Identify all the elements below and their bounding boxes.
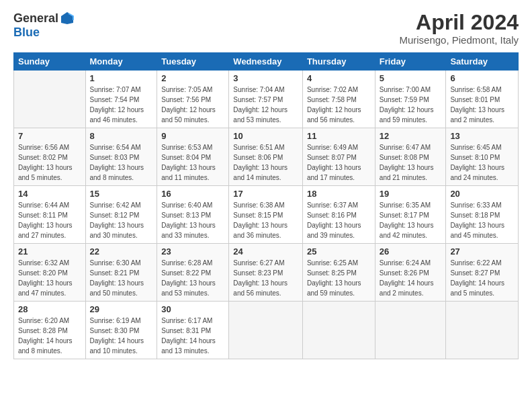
day-info: Sunrise: 6:47 AM Sunset: 8:08 PM Dayligh… — [380, 142, 442, 183]
day-number: 9 — [161, 131, 224, 141]
calendar-cell: 30Sunrise: 6:17 AM Sunset: 8:31 PM Dayli… — [157, 302, 229, 359]
calendar-cell — [302, 302, 375, 359]
calendar-table: SundayMondayTuesdayWednesdayThursdayFrid… — [13, 52, 519, 359]
calendar-header-row: SundayMondayTuesdayWednesdayThursdayFrid… — [14, 53, 519, 71]
calendar-cell: 20Sunrise: 6:33 AM Sunset: 8:18 PM Dayli… — [446, 186, 519, 244]
day-number: 24 — [233, 246, 298, 257]
day-info: Sunrise: 6:33 AM Sunset: 8:18 PM Dayligh… — [450, 200, 514, 240]
day-number: 2 — [161, 73, 224, 83]
calendar-cell: 28Sunrise: 6:20 AM Sunset: 8:28 PM Dayli… — [14, 302, 86, 359]
day-number: 7 — [18, 131, 81, 141]
calendar-header-monday: Monday — [85, 53, 157, 71]
calendar-cell: 10Sunrise: 6:51 AM Sunset: 8:06 PM Dayli… — [229, 128, 303, 186]
day-number: 13 — [450, 131, 514, 141]
day-number: 3 — [233, 73, 298, 83]
day-number: 23 — [161, 246, 224, 257]
logo-icon — [60, 11, 75, 26]
day-number: 25 — [307, 246, 371, 257]
calendar-cell: 18Sunrise: 6:37 AM Sunset: 8:16 PM Dayli… — [302, 186, 375, 244]
calendar-week-5: 28Sunrise: 6:20 AM Sunset: 8:28 PM Dayli… — [14, 302, 519, 359]
day-info: Sunrise: 6:58 AM Sunset: 8:01 PM Dayligh… — [450, 85, 514, 125]
calendar-cell: 15Sunrise: 6:42 AM Sunset: 8:12 PM Dayli… — [85, 186, 157, 244]
calendar-cell: 11Sunrise: 6:49 AM Sunset: 8:07 PM Dayli… — [302, 128, 375, 186]
calendar-cell — [446, 302, 519, 359]
calendar-cell: 9Sunrise: 6:53 AM Sunset: 8:04 PM Daylig… — [157, 128, 229, 186]
day-info: Sunrise: 6:53 AM Sunset: 8:04 PM Dayligh… — [161, 142, 224, 183]
day-info: Sunrise: 6:51 AM Sunset: 8:06 PM Dayligh… — [233, 142, 298, 183]
logo-text: General — [13, 11, 75, 26]
day-info: Sunrise: 6:27 AM Sunset: 8:23 PM Dayligh… — [233, 258, 298, 298]
day-info: Sunrise: 7:05 AM Sunset: 7:56 PM Dayligh… — [161, 85, 224, 125]
calendar-cell: 21Sunrise: 6:32 AM Sunset: 8:20 PM Dayli… — [14, 244, 86, 302]
day-number: 26 — [380, 246, 442, 257]
day-number: 8 — [90, 131, 153, 141]
day-info: Sunrise: 7:02 AM Sunset: 7:58 PM Dayligh… — [307, 85, 371, 125]
day-number: 6 — [450, 73, 514, 83]
calendar-cell: 6Sunrise: 6:58 AM Sunset: 8:01 PM Daylig… — [446, 71, 519, 128]
calendar-cell: 4Sunrise: 7:02 AM Sunset: 7:58 PM Daylig… — [302, 71, 375, 128]
calendar-header-friday: Friday — [375, 53, 446, 71]
calendar-cell: 5Sunrise: 7:00 AM Sunset: 7:59 PM Daylig… — [375, 71, 446, 128]
calendar-cell: 22Sunrise: 6:30 AM Sunset: 8:21 PM Dayli… — [85, 244, 157, 302]
day-info: Sunrise: 7:07 AM Sunset: 7:54 PM Dayligh… — [90, 85, 153, 125]
calendar-cell: 2Sunrise: 7:05 AM Sunset: 7:56 PM Daylig… — [157, 71, 229, 128]
calendar-header-tuesday: Tuesday — [157, 53, 229, 71]
calendar-cell — [229, 302, 303, 359]
day-number: 28 — [18, 304, 81, 314]
day-info: Sunrise: 6:19 AM Sunset: 8:30 PM Dayligh… — [90, 316, 153, 356]
page: General Blue April 2024 Murisengo, Piedm… — [0, 0, 532, 411]
day-info: Sunrise: 6:25 AM Sunset: 8:25 PM Dayligh… — [307, 258, 371, 298]
calendar-header-saturday: Saturday — [446, 53, 519, 71]
day-info: Sunrise: 6:35 AM Sunset: 8:17 PM Dayligh… — [380, 200, 442, 240]
calendar-header-wednesday: Wednesday — [229, 53, 303, 71]
calendar-header-thursday: Thursday — [302, 53, 375, 71]
day-number: 10 — [233, 131, 298, 141]
calendar-cell: 8Sunrise: 6:54 AM Sunset: 8:03 PM Daylig… — [85, 128, 157, 186]
day-info: Sunrise: 6:40 AM Sunset: 8:13 PM Dayligh… — [161, 200, 224, 240]
calendar-cell — [14, 71, 86, 128]
day-info: Sunrise: 6:54 AM Sunset: 8:03 PM Dayligh… — [90, 142, 153, 183]
calendar-cell: 24Sunrise: 6:27 AM Sunset: 8:23 PM Dayli… — [229, 244, 303, 302]
day-info: Sunrise: 6:44 AM Sunset: 8:11 PM Dayligh… — [18, 200, 81, 240]
day-info: Sunrise: 6:28 AM Sunset: 8:22 PM Dayligh… — [161, 258, 224, 298]
calendar-week-1: 1Sunrise: 7:07 AM Sunset: 7:54 PM Daylig… — [14, 71, 519, 128]
day-number: 30 — [161, 304, 224, 314]
day-info: Sunrise: 6:49 AM Sunset: 8:07 PM Dayligh… — [307, 142, 371, 183]
day-number: 11 — [307, 131, 371, 141]
calendar-cell: 3Sunrise: 7:04 AM Sunset: 7:57 PM Daylig… — [229, 71, 303, 128]
day-number: 27 — [450, 246, 514, 257]
calendar-cell: 12Sunrise: 6:47 AM Sunset: 8:08 PM Dayli… — [375, 128, 446, 186]
day-number: 22 — [90, 246, 153, 257]
calendar-cell: 25Sunrise: 6:25 AM Sunset: 8:25 PM Dayli… — [302, 244, 375, 302]
day-info: Sunrise: 6:38 AM Sunset: 8:15 PM Dayligh… — [233, 200, 298, 240]
day-info: Sunrise: 6:37 AM Sunset: 8:16 PM Dayligh… — [307, 200, 371, 240]
day-info: Sunrise: 6:20 AM Sunset: 8:28 PM Dayligh… — [18, 316, 81, 356]
day-number: 16 — [161, 189, 224, 199]
calendar-week-2: 7Sunrise: 6:56 AM Sunset: 8:02 PM Daylig… — [14, 128, 519, 186]
day-number: 15 — [90, 189, 153, 199]
logo: General Blue — [13, 11, 75, 40]
day-info: Sunrise: 6:24 AM Sunset: 8:26 PM Dayligh… — [380, 258, 442, 298]
day-number: 20 — [450, 189, 514, 199]
day-info: Sunrise: 6:45 AM Sunset: 8:10 PM Dayligh… — [450, 142, 514, 183]
calendar-cell: 27Sunrise: 6:22 AM Sunset: 8:27 PM Dayli… — [446, 244, 519, 302]
calendar-cell: 23Sunrise: 6:28 AM Sunset: 8:22 PM Dayli… — [157, 244, 229, 302]
calendar-header-sunday: Sunday — [14, 53, 86, 71]
location: Murisengo, Piedmont, Italy — [399, 34, 519, 46]
calendar-cell: 7Sunrise: 6:56 AM Sunset: 8:02 PM Daylig… — [14, 128, 86, 186]
day-info: Sunrise: 6:17 AM Sunset: 8:31 PM Dayligh… — [161, 316, 224, 356]
logo-general-text: General — [13, 11, 58, 26]
calendar-cell — [375, 302, 446, 359]
day-info: Sunrise: 6:32 AM Sunset: 8:20 PM Dayligh… — [18, 258, 81, 298]
day-number: 17 — [233, 189, 298, 199]
logo-blue-text: Blue — [13, 26, 40, 40]
day-number: 29 — [90, 304, 153, 314]
calendar-cell: 26Sunrise: 6:24 AM Sunset: 8:26 PM Dayli… — [375, 244, 446, 302]
day-number: 21 — [18, 246, 81, 257]
day-info: Sunrise: 7:00 AM Sunset: 7:59 PM Dayligh… — [380, 85, 442, 125]
title-section: April 2024 Murisengo, Piedmont, Italy — [399, 11, 519, 46]
calendar-cell: 29Sunrise: 6:19 AM Sunset: 8:30 PM Dayli… — [85, 302, 157, 359]
calendar-cell: 14Sunrise: 6:44 AM Sunset: 8:11 PM Dayli… — [14, 186, 86, 244]
day-info: Sunrise: 7:04 AM Sunset: 7:57 PM Dayligh… — [233, 85, 298, 125]
day-info: Sunrise: 6:22 AM Sunset: 8:27 PM Dayligh… — [450, 258, 514, 298]
